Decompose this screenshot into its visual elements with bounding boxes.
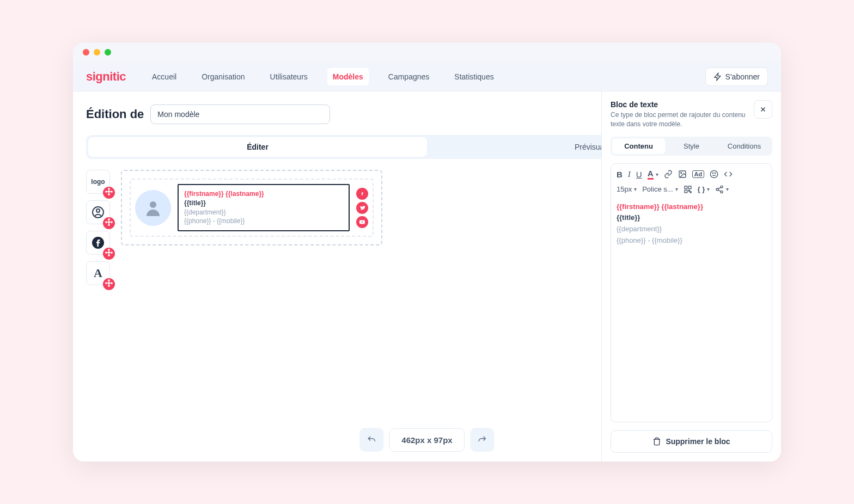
svg-point-16 (721, 190, 723, 193)
sig-phones-line: {{phone}} - {{mobile}} (184, 217, 343, 226)
signature-row: {{firstname}} {{lastname}} {{title}} {{d… (130, 179, 374, 237)
svg-rect-12 (688, 190, 690, 191)
variable-button[interactable]: { } ▾ (698, 185, 710, 193)
svg-rect-9 (685, 186, 687, 189)
svg-point-6 (711, 170, 718, 177)
nav-organisation[interactable]: Organisation (196, 68, 250, 85)
svg-point-8 (715, 173, 716, 173)
undo-icon (367, 435, 376, 445)
editor-dept-line: {{department}} (617, 224, 766, 235)
window-close-dot[interactable] (83, 49, 89, 56)
svg-rect-10 (688, 186, 691, 189)
underline-button[interactable]: U (636, 170, 642, 179)
italic-button[interactable]: I (628, 170, 631, 179)
window-max-dot[interactable] (105, 49, 111, 56)
image-button[interactable] (678, 170, 687, 179)
lightning-icon (713, 72, 722, 81)
close-button[interactable] (754, 100, 772, 119)
facebook-icon[interactable] (356, 188, 368, 200)
avatar-placeholder[interactable] (135, 190, 171, 226)
drag-handle-icon (103, 248, 115, 260)
drag-handle-icon (103, 217, 115, 229)
svg-point-7 (713, 173, 713, 173)
signature-text-block[interactable]: {{firstname}} {{lastname}} {{title}} {{d… (178, 184, 350, 231)
font-size-select[interactable]: 15px ▾ (617, 185, 637, 193)
side-panel: Bloc de texte Ce type de bloc permet de … (601, 91, 781, 462)
subscribe-button[interactable]: S'abonner (705, 67, 768, 86)
emoji-icon (710, 170, 718, 179)
ad-button[interactable]: Ad (692, 170, 705, 178)
nav-utilisateurs[interactable]: Utilisateurs (265, 68, 313, 85)
svg-rect-11 (685, 190, 687, 193)
qr-button[interactable] (684, 185, 692, 194)
palette-text-block[interactable]: A (86, 261, 110, 285)
sidepanel-title: Bloc de texte (611, 100, 748, 109)
tab-style[interactable]: Style (665, 138, 718, 154)
svg-point-14 (721, 186, 723, 188)
svg-rect-13 (690, 192, 691, 193)
link-icon (664, 170, 673, 179)
user-icon (143, 198, 163, 218)
bottom-toolbar: 462px x 97px (359, 428, 494, 452)
block-palette: logo A (86, 170, 110, 285)
drag-handle-icon (103, 187, 115, 199)
drag-handle-icon (103, 278, 115, 290)
sidepanel-header: Bloc de texte Ce type de bloc permet de … (611, 100, 772, 129)
bold-button[interactable]: B (617, 170, 623, 179)
brand-logo: signitic (86, 70, 126, 84)
text-color-button[interactable]: A▾ (648, 169, 658, 180)
editor-name-line: {{firstname}} {{lastname}} (617, 201, 766, 213)
dimensions-display: 462px x 97px (389, 428, 465, 452)
twitter-icon[interactable] (356, 202, 368, 214)
font-family-select[interactable]: Police s... ▾ (642, 185, 678, 193)
top-nav: signitic Accueil Organisation Utilisateu… (73, 62, 781, 91)
emoji-button[interactable] (710, 170, 718, 179)
window-titlebar (73, 42, 781, 62)
code-button[interactable] (724, 170, 733, 179)
nav-modeles[interactable]: Modèles (327, 68, 369, 85)
svg-point-15 (716, 188, 718, 190)
palette-avatar-block[interactable] (86, 200, 110, 224)
svg-point-5 (680, 173, 681, 174)
nav-statistiques[interactable]: Statistiques (449, 68, 499, 85)
redo-button[interactable] (471, 428, 495, 452)
svg-point-3 (150, 201, 156, 208)
window-min-dot[interactable] (94, 49, 100, 56)
content-area: Édition de Supprimer Annuler Éditer Prév… (73, 91, 781, 462)
sig-name-line: {{firstname}} {{lastname}} (184, 189, 343, 199)
share-icon (715, 185, 724, 194)
signature-canvas[interactable]: {{firstname}} {{lastname}} {{title}} {{d… (121, 170, 382, 245)
tab-content[interactable]: Contenu (612, 138, 665, 154)
palette-logo-block[interactable]: logo (86, 170, 110, 194)
qr-icon (684, 185, 692, 194)
trash-icon (652, 437, 661, 446)
sidepanel-tabs: Contenu Style Conditions (611, 137, 772, 156)
page-title: Édition de (86, 107, 144, 121)
nav-campagnes[interactable]: Campagnes (383, 68, 435, 85)
rich-text-editor[interactable]: {{firstname}} {{lastname}} {{title}} {{d… (617, 199, 766, 249)
nav-accueil[interactable]: Accueil (147, 68, 182, 85)
palette-facebook-block[interactable] (86, 231, 110, 255)
image-icon (678, 170, 687, 179)
code-icon (724, 170, 733, 179)
delete-block-button[interactable]: Supprimer le bloc (611, 430, 772, 453)
editor-title-line: {{title}} (617, 212, 766, 224)
redo-icon (478, 435, 487, 445)
tab-edit[interactable]: Éditer (88, 137, 427, 157)
link-button[interactable] (664, 170, 673, 179)
model-name-input[interactable] (150, 105, 330, 124)
sig-title-line: {{title}} (184, 199, 343, 208)
share-button[interactable]: ▾ (715, 185, 729, 194)
close-icon (759, 106, 767, 113)
social-icons-column (356, 188, 368, 228)
text-icon: A (94, 266, 102, 280)
app-window: signitic Accueil Organisation Utilisateu… (73, 42, 781, 462)
svg-point-1 (96, 209, 100, 212)
youtube-icon[interactable] (356, 216, 368, 228)
sidepanel-description: Ce type de bloc permet de rajouter du co… (611, 110, 748, 129)
editor-phones-line: {{phone}} - {{mobile}} (617, 235, 766, 247)
rich-text-toolbar: B I U A▾ Ad 15px ▾ Police s... ▾ { } ▾ ▾ (611, 163, 772, 422)
undo-button[interactable] (359, 428, 383, 452)
tab-conditions[interactable]: Conditions (718, 138, 771, 154)
sig-dept-line: {{department}} (184, 208, 343, 217)
